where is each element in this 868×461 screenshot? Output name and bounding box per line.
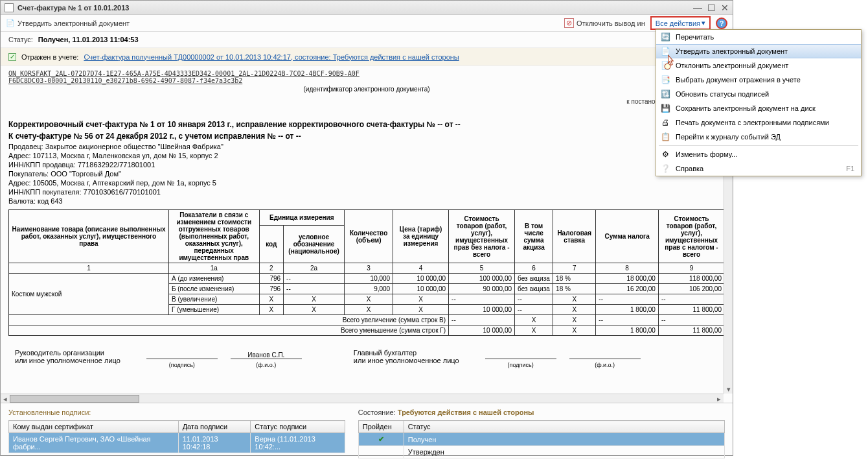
- journal-icon: 📋: [660, 132, 670, 142]
- signatures-title: Установленные подписи:: [8, 408, 345, 420]
- signatures-block: Руководитель организации или иное уполно…: [8, 336, 725, 371]
- status-label: Статус:: [8, 36, 33, 43]
- menu-print-edoc[interactable]: 🖨 Печать документа с электронными подпис…: [656, 115, 861, 130]
- disable-output-toggle[interactable]: ⊘ Отключить вывод ин: [564, 18, 645, 28]
- approve-icon: 📄: [660, 46, 670, 56]
- document-content-area: ON_KORSFAKT_2AL-072D7D74-1E27-465A-A75E-…: [1, 66, 733, 403]
- state-row-received[interactable]: ✔ Получен: [358, 433, 724, 446]
- col-sign-status[interactable]: Статус подписи: [251, 421, 345, 433]
- save-icon: 💾: [660, 103, 670, 113]
- menu-help[interactable]: ❔ Справка F1: [656, 161, 861, 176]
- toolbar: 📄 Утвердить электронный документ ⊘ Отклю…: [1, 15, 733, 32]
- seller-addr: Адрес: 107113, Москва г, Маленковская ул…: [8, 151, 725, 160]
- check-icon: ✔: [378, 435, 384, 443]
- col-cert-owner[interactable]: Кому выдан сертификат: [9, 421, 179, 433]
- approve-edoc-button[interactable]: 📄 Утвердить электронный документ: [6, 19, 130, 27]
- signatures-table: Кому выдан сертификат Дата подписи Стату…: [8, 420, 345, 453]
- all-actions-button[interactable]: Все действия ▾: [650, 16, 711, 30]
- update-icon: 🔃: [660, 89, 670, 99]
- state-label: Состояние:: [358, 408, 396, 416]
- chevron-down-icon: ▾: [702, 19, 705, 27]
- scroll-left-icon[interactable]: ◂: [1, 394, 10, 403]
- doc-icon: [5, 3, 14, 12]
- state-table: Пройден Статус ✔ Получен Утвержден: [358, 420, 725, 458]
- edoc-id-line1: ON_KORSFAKT_2AL-072D7D74-1E27-465A-A75E-…: [8, 70, 725, 77]
- menu-update-sigs[interactable]: 🔃 Обновить статусы подписей: [656, 87, 861, 101]
- status-value: Получен, 11.01.2013 11:04:53: [38, 36, 139, 43]
- col-passed[interactable]: Пройден: [358, 421, 404, 433]
- edoc-id-label: (идентификатор электронного документа): [8, 84, 725, 98]
- table-row: Костюм мужской А (до изменения) 796 -- 1…: [9, 274, 725, 284]
- col-sign-date[interactable]: Дата подписи: [178, 421, 251, 433]
- menu-goto-journal[interactable]: 📋 Перейти к журналу событий ЭД: [656, 130, 861, 144]
- minimize-button[interactable]: —: [693, 3, 702, 12]
- col-status[interactable]: Статус: [404, 421, 724, 433]
- buyer-inn: ИНН/КПП покупателя: 7701030616/770101001: [8, 187, 725, 196]
- signature-row[interactable]: Иванов Сергей Петрович, ЗАО «Швейная фаб…: [9, 433, 345, 453]
- buyer-addr: Адрес: 105005, Москва г, Аптекарский пер…: [8, 178, 725, 187]
- buyer: Покупатель: ООО "Торговый Дом": [8, 169, 725, 178]
- seller-inn: ИНН/КПП продавца: 7718632922/771801001: [8, 160, 725, 169]
- titlebar: Счет-фактура № 1 от 10.01.2013 — ☐ ✕: [1, 1, 733, 15]
- menu-reread[interactable]: 🔄 Перечитать: [656, 30, 861, 44]
- invoice-table: Наименование товара (описание выполненны…: [8, 209, 725, 336]
- refresh-icon: 🔄: [660, 32, 670, 42]
- help-icon: ❔: [660, 163, 670, 174]
- horizontal-scrollbar[interactable]: ◂ ▸: [1, 394, 724, 403]
- window-title: Счет-фактура № 1 от 10.01.2013: [17, 4, 693, 12]
- doc-title-2: К счету-фактуре № 56 от 24 декабря 2012 …: [8, 130, 725, 142]
- document-window: Счет-фактура № 1 от 10.01.2013 — ☐ ✕ 📄 У…: [0, 0, 733, 456]
- reflected-checkbox[interactable]: ✓: [8, 53, 16, 61]
- seller: Продавец: Закрытое акционерное общество …: [8, 142, 725, 151]
- status-row: Статус: Получен, 11.01.2013 11:04:53: [1, 32, 733, 47]
- table-sum-row: Всего увеличение (сумма строк В) -- X X …: [9, 315, 725, 325]
- scroll-down-icon[interactable]: ▾: [724, 384, 733, 394]
- table-sum-row: Всего уменьшение (сумма строк Г) 10 000,…: [9, 325, 725, 336]
- reflected-link[interactable]: Счет-фактура полученный ТД00000002 от 10…: [84, 53, 459, 61]
- menu-save-to-disk[interactable]: 💾 Сохранить электронный документ на диск: [656, 101, 861, 115]
- help-button[interactable]: ?: [716, 18, 727, 29]
- menu-reject-edoc[interactable]: 📄 Отклонить электронный документ: [656, 58, 861, 73]
- menu-approve-edoc[interactable]: 📄 Утвердить электронный документ: [656, 44, 861, 58]
- edoc-id-line2: F6DC8DC03-00001_20130110_e30271b8-6962-4…: [8, 77, 725, 84]
- x-icon: ⊘: [564, 18, 574, 28]
- bottom-panel: Установленные подписи: Кому выдан сертиф…: [1, 403, 733, 461]
- print-icon: 🖨: [660, 117, 670, 128]
- gear-icon: ⚙: [660, 149, 670, 160]
- all-actions-menu: 🔄 Перечитать 📄 Утвердить электронный док…: [656, 29, 862, 176]
- reflected-label: Отражен в учете:: [21, 53, 78, 61]
- scrollbar-thumb[interactable]: [10, 395, 139, 403]
- state-row-approved[interactable]: Утвержден: [358, 446, 724, 458]
- state-value: Требуются действия с нашей стороны: [398, 408, 534, 416]
- close-button[interactable]: ✕: [721, 3, 729, 12]
- select-doc-icon: 📑: [660, 75, 670, 85]
- maximize-button[interactable]: ☐: [707, 3, 716, 12]
- currency: Валюта: код 643: [8, 196, 725, 206]
- decree-ref: к постановлению Правительст от 2: [8, 98, 725, 112]
- approve-icon: 📄: [6, 19, 15, 27]
- doc-title-1: Корректировочный счет-фактура № 1 от 10 …: [8, 119, 725, 130]
- reject-icon: 📄: [660, 60, 670, 71]
- menu-edit-form[interactable]: ⚙ Изменить форму...: [656, 147, 861, 161]
- menu-select-reflect-doc[interactable]: 📑 Выбрать документ отражения в учете: [656, 73, 861, 87]
- reflected-in-accounting-row: ✓ Отражен в учете: Счет-фактура полученн…: [1, 47, 733, 66]
- scroll-right-icon[interactable]: ▸: [714, 394, 724, 403]
